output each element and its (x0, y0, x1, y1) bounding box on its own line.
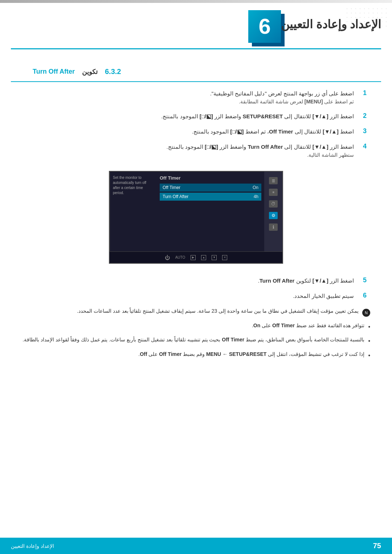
step-number-5: 5 (359, 276, 370, 284)
step-4-subtext: ستظهر الشاشة التالية. (166, 151, 354, 159)
bullet-dot-4: • (368, 351, 370, 360)
sidebar-icon-info: ℹ (269, 223, 278, 231)
step-6: 6 سيتم تطبيق الخيار المحدد. (22, 292, 370, 300)
note-text-3: بالنسبة للمنتجات الخاصة بأسواق بعض المنا… (23, 336, 364, 346)
menu-title: Off Timer (160, 175, 261, 181)
note-text-1: يمكن تعيين مؤقت إيقاف التشغيل في نطاق ما… (77, 307, 359, 317)
sidebar-icon-menu: ☰ (269, 177, 278, 184)
step-number-4: 4 (359, 143, 370, 150)
section-heading: 6.3.2 تكوين Turn Off After (11, 57, 381, 82)
step-3-text: اضغط [▲/▼] للانتقال إلى Off Timer، ثم اض… (192, 127, 354, 136)
btn-icon-right: ▶ (191, 255, 196, 260)
bottom-btn-x: ✕ (222, 255, 227, 260)
btn-icon-up: ▲ (201, 255, 206, 260)
sidebar-icon-clock: ⏱ (269, 200, 278, 208)
note-text-4: إذا كنت لا ترغب في تنشيط المؤقت، انتقل إ… (138, 350, 364, 360)
chapter-divider (11, 48, 381, 49)
footer-chapter-title: الإعداد وإعادة التعيين (11, 543, 54, 549)
bullet-list: N يمكن تعيين مؤقت إيقاف التشغيل في نطاق … (22, 307, 370, 360)
monitor-screenshot: ☰ ≡ ⏱ ⚙ ℹ Off T (109, 171, 283, 264)
note-item-3: • بالنسبة للمنتجات الخاصة بأسواق بعض الم… (22, 336, 370, 346)
top-bar (0, 0, 392, 3)
step-1-subtext: ثم اضغط على [MENU] لعرض شاشة القائمة الم… (210, 98, 354, 106)
bottom-btn-auto: AUTO (175, 255, 185, 259)
step-1-text: اضغط على أي زر بواجهة المنتج لعرض "دليل … (210, 89, 354, 98)
chapter-number: 6 (259, 16, 271, 37)
step-5: 5 اضغط الزر [▲/▼] لتكوين Turn Off After. (22, 276, 370, 285)
off-timer-value: On (253, 185, 258, 190)
notes-section: N يمكن تعيين مؤقت إيقاف التشغيل في نطاق … (22, 307, 370, 360)
note-item-1: N يمكن تعيين مؤقت إيقاف التشغيل في نطاق … (22, 307, 370, 317)
monitor-bottom-bar: ✕ ▼ ▲ ▶ AUTO ⏻ (110, 251, 282, 263)
turn-off-after-value: 4h (254, 194, 258, 199)
monitor-sidebar: ☰ ≡ ⏱ ⚙ ℹ (264, 172, 282, 251)
step-1: 1 اضغط على أي زر بواجهة المنتج لعرض "دلي… (22, 89, 370, 106)
bullet-dot-2: • (368, 322, 370, 332)
menu-item-off-timer: Off Timer On (160, 184, 261, 192)
btn-icon-down: ▼ (212, 255, 217, 260)
bottom-btn-right: ▶ (191, 255, 196, 260)
bullet-icon-1: N (362, 308, 370, 317)
step-number-6: 6 (359, 292, 370, 299)
step-4-text: اضغط الزر [▲/▼] للانتقال إلى Turn Off Af… (166, 143, 354, 151)
step-5-text: اضغط الزر [▲/▼] لتكوين Turn Off After. (258, 276, 354, 285)
menu-item-turn-off-after: Turn Off After 4h (160, 193, 261, 201)
page-footer: 75 الإعداد وإعادة التعيين (0, 538, 392, 554)
bottom-btn-power: ⏻ (165, 255, 170, 260)
chapter-header: 6 الإعداد وإعادة التعيين (0, 3, 392, 46)
monitor-tooltip: Set the monitor to automatically turn of… (110, 172, 157, 251)
bottom-btn-down: ▼ (212, 255, 217, 260)
section-title-arabic: تكوين (82, 68, 98, 76)
chapter-number-box: 6 (248, 10, 281, 43)
step-2: 2 اضغط الزر [▲/▼] للانتقال إلى SETUP&RES… (22, 112, 370, 121)
step-4: 4 اضغط الزر [▲/▼] للانتقال إلى Turn Off … (22, 143, 370, 159)
step-number-1: 1 (359, 89, 370, 97)
main-content: 1 اضغط على أي زر بواجهة المنتج لعرض "دلي… (0, 82, 392, 372)
sidebar-icon-list: ≡ (269, 189, 278, 196)
section-number: 6.3.2 (105, 67, 121, 76)
footer-page-number: 75 (373, 542, 381, 550)
step-6-text: سيتم تطبيق الخيار المحدد. (293, 292, 354, 300)
bullet-dot-3: • (368, 336, 370, 346)
step-2-text: اضغط الزر [▲/▼] للانتقال إلى SETUP&RESET… (161, 112, 354, 121)
dots-decoration (345, 7, 388, 28)
step-number-2: 2 (359, 112, 370, 120)
section-title-english: Turn Off After (33, 68, 75, 75)
monitor-menu-area: Off Timer Off Timer On Turn Off After 4h (157, 172, 264, 251)
note-item-2: • تتوافر هذه القائمة فقط عند ضبط Off Tim… (22, 321, 370, 332)
step-3: 3 اضغط [▲/▼] للانتقال إلى Off Timer، ثم … (22, 127, 370, 136)
sidebar-icon-settings: ⚙ (269, 212, 278, 219)
note-text-2: تتوافر هذه القائمة فقط عند ضبط Off Timer… (252, 321, 364, 332)
btn-icon-x: ✕ (222, 255, 227, 260)
step-number-3: 3 (359, 127, 370, 135)
bottom-btn-up: ▲ (201, 255, 206, 260)
note-item-4: • إذا كنت لا ترغب في تنشيط المؤقت، انتقل… (22, 350, 370, 360)
